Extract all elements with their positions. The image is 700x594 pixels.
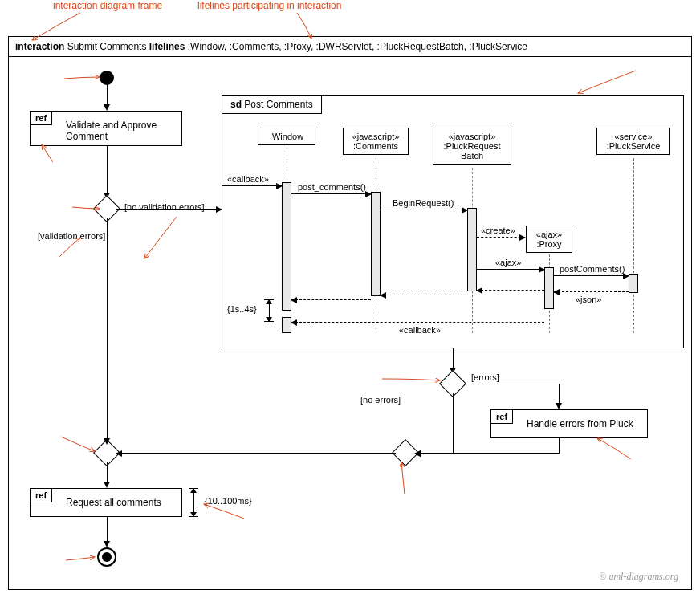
sd-header: sd Post Comments [222,96,322,114]
flow-ref-to-dec [107,146,108,197]
ref-text: Request all comments [31,489,181,516]
guard-errors: [errors] [471,372,499,382]
msg-ajax [477,269,544,270]
copyright: © uml-diagrams.org [599,571,678,583]
duration-2-label: {10..100ms} [205,496,252,506]
lifelines-list: :Window, :Comments, :Proxy, :DWRServlet,… [188,41,527,52]
msg-post-comments-svc [554,275,629,276]
lifeline-comments: «javascript» :Comments [343,128,409,155]
msg-callback-in [222,185,282,186]
lifeline-proxy: «ajax» :Proxy [526,226,572,253]
anno-interaction-frame: interaction diagram frame [53,0,162,11]
lifeline-window: :Window [258,128,315,145]
duration-1-label: {1s..4s} [227,304,257,314]
ref-text: Validate and Approve Comment [31,112,181,150]
lifeline-name: :PluckRequest Batch [438,141,506,161]
frame-kw: interaction [15,41,64,52]
stereo: «ajax» [531,230,567,239]
sd-frame: sd Post Comments :Window «javascript» :C… [222,95,684,348]
flow-errors-h [462,384,559,384]
lifeline-name: :Window [263,132,310,141]
lifeline-prb: «javascript» :PluckRequest Batch [433,128,511,165]
duration-bar-2 [185,488,201,517]
arrow-head-icon [104,541,110,547]
msg-create-proxy [477,237,525,238]
lifeline-service: «service» :PluckService [596,128,670,155]
msg-json-label: «json» [576,295,601,304]
arrow-head-icon [556,403,562,409]
ref-text: Handle errors from Pluck [491,410,647,437]
msg-ajax-label: «ajax» [495,258,521,267]
frame-name: Submit Comments [67,41,147,52]
ret-proxy-prb [477,290,544,291]
lifelines-kw: lifelines [149,41,185,52]
sd-name: Post Comments [244,99,312,110]
flow-dec-to-sd [116,209,222,210]
flow-merge2-to-merge1 [116,453,396,454]
frame-header: interaction Submit Comments lifelines :W… [9,37,691,57]
activation-proxy [544,267,554,309]
anno-lifelines: lifelines participating in interaction [197,0,341,11]
stereo: «javascript» [438,132,506,141]
msg-begin-request-label: BeginRequest() [393,198,454,208]
ref-handle-errors: ref Handle errors from Pluck [490,409,648,438]
msg-callback-ret-label: «callback» [399,325,441,335]
final-inner-dot-icon [102,552,112,562]
guard-no-errors: [no errors] [360,395,401,405]
msg-callback-in-label: «callback» [227,174,269,184]
flow-ref3-v [559,438,560,453]
msg-post-comments [291,193,371,194]
ret-prb-comments [381,295,467,295]
msg-post-comments-label: post_comments() [298,182,366,192]
guard-val-err: [validation errors] [38,231,105,241]
ref-tag: ref [31,489,52,502]
flow-valerr-down [107,218,108,443]
duration-bar-1 [261,299,277,322]
msg-create-label: «create» [481,226,515,235]
activation-window [282,182,291,311]
arrow-head-icon [104,438,110,445]
activation-comments [371,192,381,296]
msg-begin-request [381,210,467,210]
lifeline-name: :Proxy [531,239,567,249]
stereo: «javascript» [348,132,403,141]
activation-service [629,274,638,293]
activation-prb [467,208,477,291]
flow-noerr-v [453,393,454,443]
ref-tag: ref [491,410,513,424]
arrow-head-icon [104,482,110,488]
final-node [97,547,116,567]
guard-no-val-err: [no validation errors] [124,202,205,212]
flow-ref3-to-merge2 [415,453,560,454]
msg-callback-return [291,322,544,323]
dashline-service [633,158,634,333]
ref-request-all: ref Request all comments [30,488,182,517]
arrow-head-icon [104,104,110,111]
interaction-frame: interaction Submit Comments lifelines :W… [8,36,692,590]
msg-json-return [554,291,629,292]
lifeline-name: :Comments [348,141,403,151]
flow-noerr-v2 [453,443,454,453]
initial-node [100,71,114,85]
msg-post-comments-svc-label: postComments() [560,264,625,274]
stereo: «service» [602,132,665,141]
sd-kw: sd [230,99,242,110]
lifeline-name: :PluckService [602,141,665,151]
ref-tag: ref [31,112,52,125]
ret-comments-window [291,299,371,300]
ref-validate: ref Validate and Approve Comment [30,111,182,146]
